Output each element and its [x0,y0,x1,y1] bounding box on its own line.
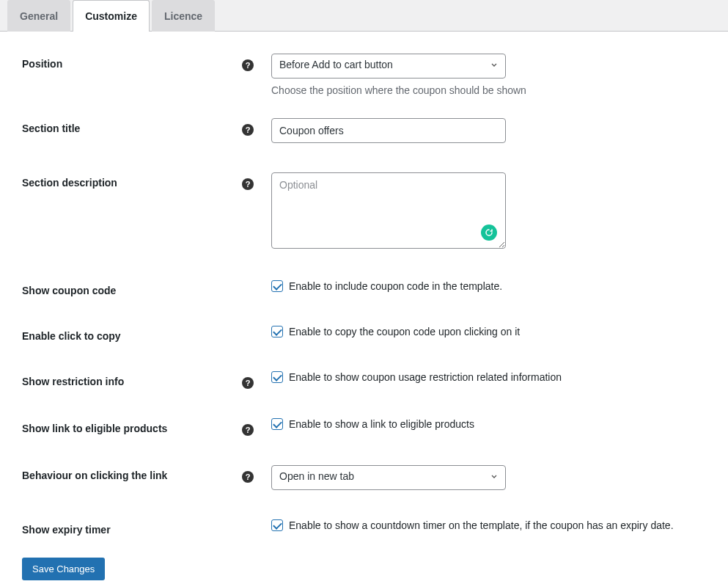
label-show-coupon-code: Show coupon code [22,280,242,296]
row-section-title: Section title ? [22,118,706,143]
row-show-coupon-code: Show coupon code Enable to include coupo… [22,280,706,296]
row-behaviour-link: Behaviour on clicking the link ? Open in… [22,465,706,490]
help-icon[interactable]: ? [242,124,254,136]
section-title-input[interactable] [271,118,506,143]
label-section-description: Section description [22,172,242,189]
show-restriction-info-checkbox[interactable] [271,371,283,383]
show-restriction-info-text: Enable to show coupon usage restriction … [289,371,562,383]
settings-form: Position ? Before Add to cart button Cho… [0,32,728,584]
section-description-textarea[interactable] [271,172,506,249]
enable-click-to-copy-checkbox[interactable] [271,326,283,337]
row-show-link-eligible: Show link to eligible products ? Enable … [22,418,706,436]
row-section-description: Section description ? [22,172,706,251]
show-expiry-timer-text: Enable to show a countdown timer on the … [289,519,674,531]
help-icon[interactable]: ? [242,377,254,389]
enable-click-to-copy-text: Enable to copy the coupon code upon clic… [289,326,520,337]
save-button[interactable]: Save Changes [22,558,105,580]
tab-bar: General Customize Licence [0,0,728,32]
help-icon[interactable]: ? [242,178,254,190]
show-link-eligible-text: Enable to show a link to eligible produc… [289,418,474,430]
behaviour-link-select[interactable]: Open in new tab [271,465,506,490]
tab-licence[interactable]: Licence [152,0,215,32]
position-description: Choose the position where the coupon sho… [271,84,706,96]
row-show-restriction-info: Show restriction info ? Enable to show c… [22,371,706,389]
label-position: Position [22,54,242,70]
row-enable-click-to-copy: Enable click to copy Enable to copy the … [22,326,706,342]
label-enable-click-to-copy: Enable click to copy [22,326,242,342]
show-link-eligible-checkbox[interactable] [271,418,283,430]
help-icon[interactable]: ? [242,59,254,71]
label-show-restriction-info: Show restriction info [22,371,242,387]
label-section-title: Section title [22,118,242,134]
tab-general[interactable]: General [7,0,70,32]
show-coupon-code-text: Enable to include coupon code in the tem… [289,280,502,292]
help-icon[interactable]: ? [242,471,254,483]
label-show-expiry-timer: Show expiry timer [22,519,242,536]
label-show-link-eligible: Show link to eligible products [22,418,242,434]
show-coupon-code-checkbox[interactable] [271,280,283,292]
row-position: Position ? Before Add to cart button Cho… [22,54,706,96]
position-select[interactable]: Before Add to cart button [271,54,506,79]
label-behaviour-link: Behaviour on clicking the link [22,465,242,481]
help-icon[interactable]: ? [242,424,254,436]
show-expiry-timer-checkbox[interactable] [271,519,283,531]
tab-customize[interactable]: Customize [73,0,150,32]
row-show-expiry-timer: Show expiry timer Enable to show a count… [22,519,706,536]
